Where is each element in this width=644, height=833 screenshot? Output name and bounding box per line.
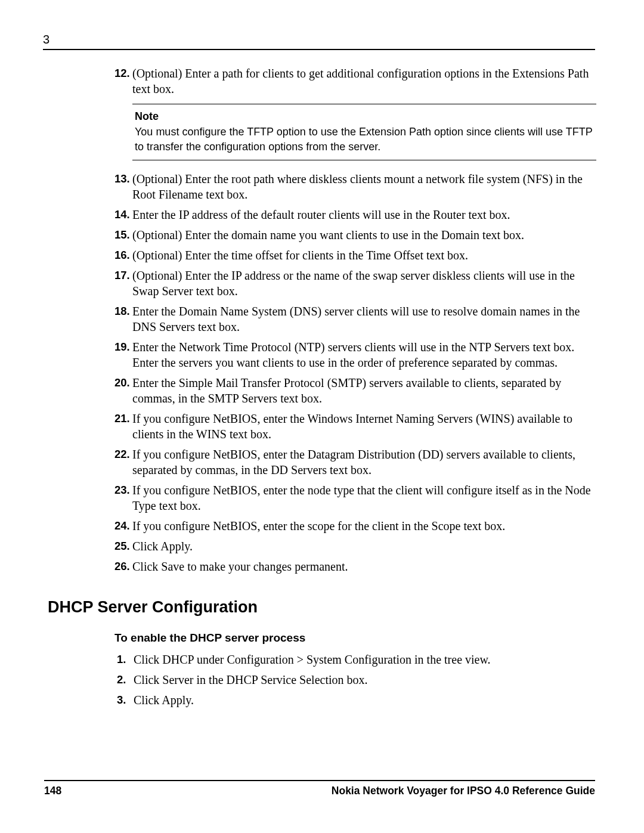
step-text: If you configure NetBIOS, enter the Wind… [132, 411, 596, 442]
page-number: 148 [44, 785, 61, 797]
step-number: 2. [114, 672, 134, 688]
content: 12. (Optional) Enter a path for clients … [114, 66, 596, 708]
step-item: 24. If you configure NetBIOS, enter the … [114, 518, 596, 534]
step-item: 18. Enter the Domain Name System (DNS) s… [114, 304, 596, 335]
step-text: (Optional) Enter the time offset for cli… [132, 247, 596, 263]
step-text: If you configure NetBIOS, enter the Data… [132, 447, 596, 478]
step-text: Click Server in the DHCP Service Selecti… [134, 672, 596, 688]
sub-heading: To enable the DHCP server process [114, 631, 596, 646]
step-text: Enter the Simple Mail Transfer Protocol … [132, 375, 596, 406]
section-title: DHCP Server Configuration [48, 597, 596, 618]
step-number: 19. [114, 339, 132, 370]
step-number: 23. [114, 482, 132, 513]
step-text: (Optional) Enter a path for clients to g… [132, 66, 596, 97]
step-item: 21. If you configure NetBIOS, enter the … [114, 411, 596, 442]
step-item: 2. Click Server in the DHCP Service Sele… [114, 672, 596, 688]
step-item: 16. (Optional) Enter the time offset for… [114, 247, 596, 263]
step-text: If you configure NetBIOS, enter the scop… [132, 518, 596, 534]
step-number: 26. [114, 559, 132, 574]
step-item: 12. (Optional) Enter a path for clients … [114, 66, 596, 97]
chapter-number: 3 [43, 33, 49, 47]
step-text: Enter the Domain Name System (DNS) serve… [132, 304, 596, 335]
step-item: 22. If you configure NetBIOS, enter the … [114, 447, 596, 478]
step-number: 15. [114, 227, 132, 243]
footer: 148 Nokia Network Voyager for IPSO 4.0 R… [44, 780, 595, 797]
footer-title: Nokia Network Voyager for IPSO 4.0 Refer… [332, 785, 595, 797]
step-number: 1. [114, 652, 134, 667]
step-text: (Optional) Enter the root path where dis… [132, 171, 596, 202]
step-item: 26. Click Save to make your changes perm… [114, 559, 596, 574]
step-number: 18. [114, 304, 132, 335]
note-text: You must configure the TFTP option to us… [135, 125, 594, 154]
note-heading: Note [135, 109, 594, 123]
step-text: If you configure NetBIOS, enter the node… [132, 482, 596, 513]
header-rule [43, 49, 595, 50]
step-item: 20. Enter the Simple Mail Transfer Proto… [114, 375, 596, 406]
step-number: 20. [114, 375, 132, 406]
step-text: Click Apply. [134, 692, 596, 708]
step-number: 16. [114, 247, 132, 263]
step-item: 15. (Optional) Enter the domain name you… [114, 227, 596, 243]
step-item: 3. Click Apply. [114, 692, 596, 708]
step-number: 17. [114, 268, 132, 299]
step-item: 14. Enter the IP address of the default … [114, 207, 596, 222]
step-item: 13. (Optional) Enter the root path where… [114, 171, 596, 202]
step-number: 24. [114, 518, 132, 534]
step-number: 3. [114, 692, 134, 708]
step-text: (Optional) Enter the IP address or the n… [132, 268, 596, 299]
step-number: 21. [114, 411, 132, 442]
step-number: 13. [114, 171, 132, 202]
step-number: 14. [114, 207, 132, 222]
step-text: Enter the Network Time Protocol (NTP) se… [132, 339, 596, 370]
step-text: Enter the IP address of the default rout… [132, 207, 596, 222]
step-text: Click DHCP under Configuration > System … [134, 652, 596, 667]
footer-rule [44, 780, 595, 781]
step-number: 25. [114, 538, 132, 554]
page: 3 12. (Optional) Enter a path for client… [0, 0, 644, 833]
step-item: 25. Click Apply. [114, 538, 596, 554]
note-block: Note You must configure the TFTP option … [132, 104, 596, 160]
step-item: 17. (Optional) Enter the IP address or t… [114, 268, 596, 299]
step-item: 19. Enter the Network Time Protocol (NTP… [114, 339, 596, 370]
step-text: Click Save to make your changes permanen… [132, 559, 596, 574]
step-text: Click Apply. [132, 538, 596, 554]
step-text: (Optional) Enter the domain name you wan… [132, 227, 596, 243]
step-item: 23. If you configure NetBIOS, enter the … [114, 482, 596, 513]
step-number: 12. [114, 66, 132, 97]
step-item: 1. Click DHCP under Configuration > Syst… [114, 652, 596, 667]
step-number: 22. [114, 447, 132, 478]
